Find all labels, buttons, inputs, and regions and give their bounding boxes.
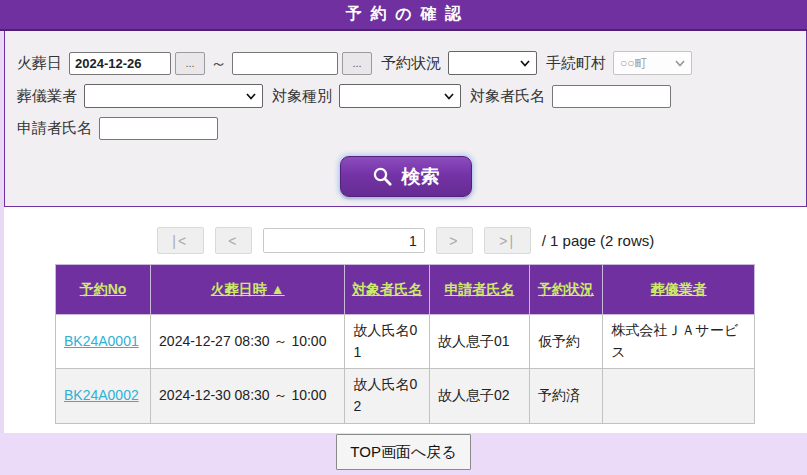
date-range-separator: ～: [210, 52, 227, 75]
form-row-1: 火葬日 ... ～ ... 予約状況 手続町村 ○○町: [17, 51, 794, 75]
sort-link[interactable]: 葬儀業者: [651, 281, 707, 297]
column-header-funeral-company[interactable]: 葬儀業者: [603, 265, 755, 315]
prev-page-button[interactable]: <: [215, 227, 252, 254]
table-row: BK24A0001 2024-12-27 08:30 ～ 10:00 故人氏名0…: [56, 315, 755, 369]
date-from-picker-button[interactable]: ...: [175, 52, 205, 75]
reservations-table: 予約No 火葬日時 ▲ 対象者氏名 申請者氏名 予約状況 葬儀業者 BK24A0…: [55, 264, 755, 424]
sort-link[interactable]: 申請者氏名: [444, 281, 514, 297]
back-to-top-button[interactable]: TOP画面へ戻る: [336, 434, 470, 470]
target-name-input[interactable]: [552, 85, 671, 108]
cell-funeral-company: [603, 369, 755, 423]
cell-target-name: 故人氏名02: [345, 369, 430, 423]
cell-applicant-name: 故人息子01: [429, 315, 529, 369]
municipality-select: ○○町: [613, 51, 692, 75]
table-row: BK24A0002 2024-12-30 08:30 ～ 10:00 故人氏名0…: [56, 369, 755, 423]
search-button-label: 検索: [402, 164, 440, 190]
chevron-down-icon: [675, 60, 685, 67]
cremation-date-from-input[interactable]: [69, 52, 171, 75]
column-header-target-name[interactable]: 対象者氏名: [345, 265, 430, 315]
chevron-down-icon: [444, 93, 454, 100]
search-button-row: 検索: [17, 156, 794, 197]
page-title: 予約の確認: [337, 4, 470, 25]
footer-bar: TOP画面へ戻る: [0, 433, 807, 475]
reservation-link[interactable]: BK24A0001: [64, 333, 139, 349]
cell-reservation-no: BK24A0002: [56, 369, 151, 423]
municipality-value: ○○町: [620, 55, 647, 72]
next-page-button[interactable]: >: [436, 227, 473, 254]
cell-status: 予約済: [529, 369, 602, 423]
pagination: |< < > >| / 1 page (2 rows): [4, 227, 807, 254]
chevron-down-icon: [246, 93, 256, 100]
date-to-picker-button[interactable]: ...: [342, 52, 372, 75]
page-number-input[interactable]: [263, 228, 425, 253]
cell-funeral-company: 株式会社ＪＡサービス: [603, 315, 755, 369]
cell-reservation-no: BK24A0001: [56, 315, 151, 369]
sort-link[interactable]: 火葬日時 ▲: [211, 281, 285, 297]
form-row-2: 葬儀業者 対象種別 対象者氏名: [17, 84, 794, 108]
search-form-panel: 火葬日 ... ～ ... 予約状況 手続町村 ○○町 葬儀業者 対象種別 対象…: [4, 31, 807, 207]
applicant-name-input[interactable]: [99, 117, 218, 140]
sort-link[interactable]: 予約No: [80, 281, 127, 297]
magnifier-icon: [372, 166, 393, 187]
cell-status: 仮予約: [529, 315, 602, 369]
target-type-select[interactable]: [339, 84, 461, 108]
sort-link[interactable]: 予約状況: [538, 281, 594, 297]
table-header-row: 予約No 火葬日時 ▲ 対象者氏名 申請者氏名 予約状況 葬儀業者: [56, 265, 755, 315]
cell-cremation-datetime: 2024-12-27 08:30 ～ 10:00: [151, 315, 345, 369]
cell-applicant-name: 故人息子02: [429, 369, 529, 423]
sort-link[interactable]: 対象者氏名: [352, 281, 422, 297]
reservation-status-label: 予約状況: [381, 54, 441, 73]
page-summary: / 1 page (2 rows): [542, 232, 655, 249]
funeral-company-label: 葬儀業者: [17, 87, 77, 106]
cremation-date-to-input[interactable]: [232, 52, 338, 75]
cell-target-name: 故人氏名01: [345, 315, 430, 369]
reservation-link[interactable]: BK24A0002: [64, 387, 139, 403]
sort-ascending-icon: ▲: [271, 281, 285, 297]
form-row-3: 申請者氏名: [17, 117, 794, 140]
chevron-down-icon: [520, 60, 530, 67]
reservation-status-select[interactable]: [448, 51, 537, 75]
last-page-button[interactable]: >|: [484, 227, 531, 254]
column-header-status[interactable]: 予約状況: [529, 265, 602, 315]
column-header-reservation-no[interactable]: 予約No: [56, 265, 151, 315]
search-button[interactable]: 検索: [340, 156, 472, 197]
target-type-label: 対象種別: [272, 87, 332, 106]
column-header-cremation-datetime[interactable]: 火葬日時 ▲: [151, 265, 345, 315]
applicant-name-label: 申請者氏名: [17, 119, 92, 138]
cremation-date-label: 火葬日: [17, 54, 62, 73]
first-page-button[interactable]: |<: [157, 227, 204, 254]
municipality-label: 手続町村: [546, 54, 606, 73]
page-header: 予約の確認: [0, 0, 807, 31]
target-name-label: 対象者氏名: [470, 87, 545, 106]
funeral-company-select[interactable]: [84, 84, 263, 108]
results-section: |< < > >| / 1 page (2 rows) 予約No 火葬日時 ▲ …: [4, 207, 807, 433]
cell-cremation-datetime: 2024-12-30 08:30 ～ 10:00: [151, 369, 345, 423]
column-header-applicant-name[interactable]: 申請者氏名: [429, 265, 529, 315]
